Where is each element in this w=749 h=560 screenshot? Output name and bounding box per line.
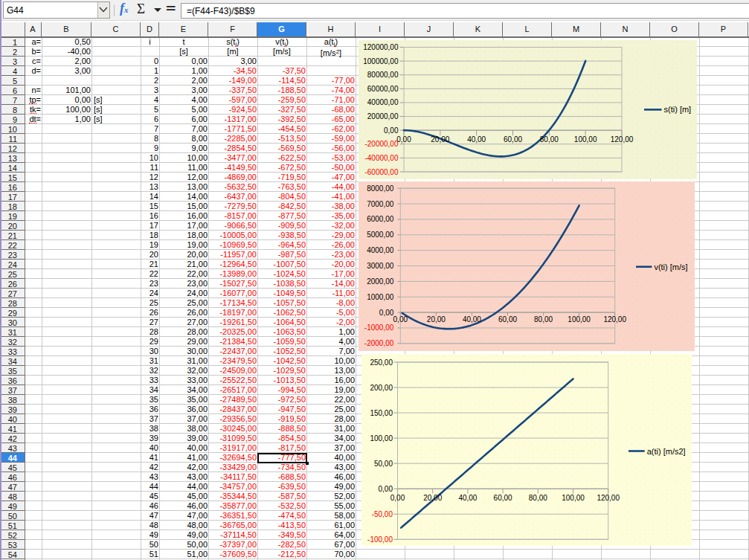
cell-B1[interactable]: 0,50 <box>42 37 91 47</box>
cell-H46[interactable]: 46,00 <box>306 472 356 482</box>
row-header-40[interactable]: 40 <box>1 414 25 424</box>
cell-D5[interactable]: 2 <box>141 76 159 86</box>
row-header-42[interactable]: 42 <box>1 434 25 443</box>
cell-D10[interactable]: 7 <box>141 124 159 134</box>
cell-E9[interactable]: 6,00 <box>159 115 208 124</box>
cell-F20[interactable]: -9066,50 <box>208 221 257 231</box>
cell-G2[interactable]: [m/s] <box>257 47 306 57</box>
cell-A9[interactable]: dt= <box>25 115 42 124</box>
cell-D22[interactable]: 19 <box>141 240 159 250</box>
column-header-O[interactable]: O <box>650 22 699 36</box>
row-header-9[interactable]: 9 <box>1 115 25 124</box>
sum-icon[interactable]: Σ <box>137 1 145 17</box>
cell-E36[interactable]: 33,00 <box>159 376 208 385</box>
cell-F10[interactable]: -1771,50 <box>208 124 257 134</box>
cell-E50[interactable]: 47,00 <box>159 511 208 521</box>
cell-F2[interactable]: [m] <box>208 47 257 57</box>
cell-F31[interactable]: -20325,00 <box>208 327 257 337</box>
cell-A7[interactable]: tp= <box>25 95 42 105</box>
cell-F3[interactable]: 3,00 <box>208 57 257 66</box>
formula-equals-icon[interactable]: = <box>166 1 176 16</box>
column-header-N[interactable]: N <box>601 22 650 36</box>
cell-H28[interactable]: -8,00 <box>306 298 356 308</box>
cell-E51[interactable]: 48,00 <box>159 521 208 530</box>
cell-G30[interactable]: -1064,50 <box>257 318 306 327</box>
function-wizard-icon[interactable]: fx <box>120 1 129 16</box>
cell-D15[interactable]: 12 <box>141 173 159 182</box>
cell-G20[interactable]: -909,50 <box>257 221 306 231</box>
cell-F26[interactable]: -15027,50 <box>208 279 257 289</box>
cell-D45[interactable]: 42 <box>141 463 159 472</box>
cell-D9[interactable]: 6 <box>141 115 159 124</box>
cell-G5[interactable]: -114,50 <box>257 76 306 86</box>
cell-D21[interactable]: 18 <box>141 231 159 240</box>
cell-G1[interactable]: v(ti) <box>257 37 306 47</box>
cell-F35[interactable]: -24509,00 <box>208 366 257 376</box>
cell-E15[interactable]: 12,00 <box>159 173 208 182</box>
select-all-corner[interactable] <box>1 22 25 36</box>
sum-dropdown-icon[interactable] <box>154 8 161 12</box>
cell-H1[interactable]: a(ti) <box>306 37 356 47</box>
cell-F39[interactable]: -28437,00 <box>208 405 257 414</box>
cell-F15[interactable]: -4869,00 <box>208 173 257 182</box>
cell-G33[interactable]: -1052,50 <box>257 347 306 356</box>
cell-H25[interactable]: -17,00 <box>306 269 356 279</box>
cell-G35[interactable]: -1029,50 <box>257 366 306 376</box>
cell-F5[interactable]: -149,00 <box>208 76 257 86</box>
cell-D41[interactable]: 38 <box>141 424 159 434</box>
cell-D54[interactable]: 51 <box>141 550 159 559</box>
cell-F12[interactable]: -2854,50 <box>208 144 257 153</box>
cell-E47[interactable]: 44,00 <box>159 482 208 492</box>
cell-D25[interactable]: 22 <box>141 269 159 279</box>
row-header-4[interactable]: 4 <box>1 66 25 76</box>
row-header-16[interactable]: 16 <box>1 182 25 192</box>
row-header-15[interactable]: 15 <box>1 173 25 182</box>
cell-D43[interactable]: 40 <box>141 443 159 453</box>
cell-H16[interactable]: -44,00 <box>306 182 356 192</box>
cell-C7[interactable]: [s] <box>91 95 141 105</box>
row-header-32[interactable]: 32 <box>1 337 25 347</box>
row-header-3[interactable]: 3 <box>1 57 25 66</box>
cell-H47[interactable]: 49,00 <box>306 482 356 492</box>
cell-F1[interactable]: s(ti) <box>208 37 257 47</box>
cell-E5[interactable]: 2,00 <box>159 76 208 86</box>
cell-E31[interactable]: 28,00 <box>159 327 208 337</box>
cell-G45[interactable]: -734,50 <box>257 463 306 472</box>
cell-D51[interactable]: 48 <box>141 521 159 530</box>
cell-G10[interactable]: -454,50 <box>257 124 306 134</box>
row-header-54[interactable]: 54 <box>1 550 25 559</box>
cell-E24[interactable]: 21,00 <box>159 260 208 269</box>
cell-A6[interactable]: n= <box>25 86 42 95</box>
chart-v[interactable]: 8000,007000,006000,005000,004000,003000,… <box>359 181 695 351</box>
column-header-A[interactable]: A <box>25 22 42 36</box>
cell-C8[interactable]: [s] <box>91 105 141 115</box>
cell-H31[interactable]: 1,00 <box>306 327 356 337</box>
row-header-24[interactable]: 24 <box>1 260 25 269</box>
cell-D14[interactable]: 11 <box>141 163 159 173</box>
cell-D8[interactable]: 5 <box>141 105 159 115</box>
cell-G36[interactable]: -1013,50 <box>257 376 306 385</box>
column-header-J[interactable]: J <box>405 22 454 36</box>
cell-D7[interactable]: 4 <box>141 95 159 105</box>
cell-F11[interactable]: -2285,00 <box>208 134 257 144</box>
cell-E32[interactable]: 29,00 <box>159 337 208 347</box>
cell-D12[interactable]: 9 <box>141 144 159 153</box>
cell-F50[interactable]: -36351,50 <box>208 511 257 521</box>
cell-D53[interactable]: 50 <box>141 540 159 550</box>
cell-D27[interactable]: 24 <box>141 289 159 298</box>
row-header-50[interactable]: 50 <box>1 511 25 521</box>
cell-F14[interactable]: -4149,50 <box>208 163 257 173</box>
cell-H42[interactable]: 34,00 <box>306 434 356 443</box>
cell-E19[interactable]: 16,00 <box>159 211 208 221</box>
row-header-37[interactable]: 37 <box>1 385 25 395</box>
row-header-17[interactable]: 17 <box>1 192 25 202</box>
cell-F23[interactable]: -11957,00 <box>208 250 257 260</box>
cell-D29[interactable]: 26 <box>141 308 159 318</box>
cell-G29[interactable]: -1062,50 <box>257 308 306 318</box>
cell-F40[interactable]: -29356,50 <box>208 414 257 424</box>
cell-G32[interactable]: -1059,50 <box>257 337 306 347</box>
cell-E26[interactable]: 23,00 <box>159 279 208 289</box>
cell-D31[interactable]: 28 <box>141 327 159 337</box>
cell-D28[interactable]: 25 <box>141 298 159 308</box>
cell-D4[interactable]: 1 <box>141 66 159 76</box>
